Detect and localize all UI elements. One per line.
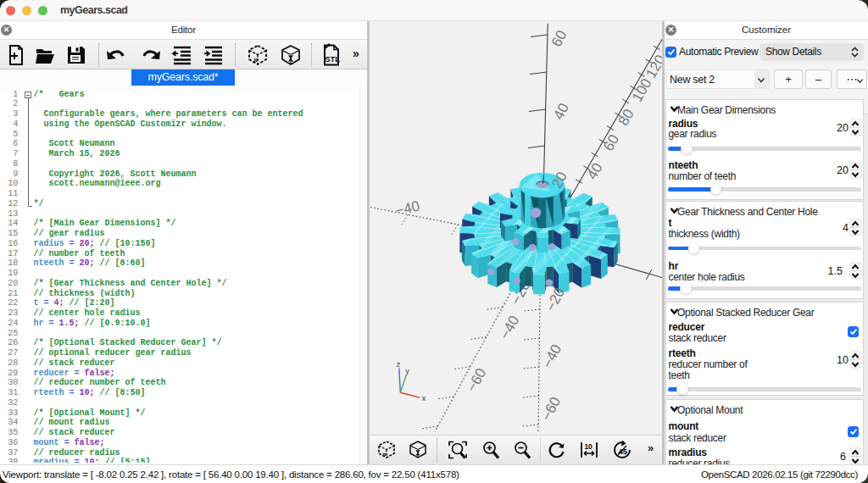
svg-text:x: x [422,394,426,402]
svg-text:»: » [253,55,259,64]
svg-text:40: 40 [550,101,572,123]
svg-text:z: z [397,360,401,369]
svg-text:10: 10 [584,442,593,451]
svg-text:»: » [382,450,387,458]
svg-text:−60: −60 [464,365,490,394]
svg-text:80: 80 [615,107,637,129]
svg-text:y: y [405,367,409,375]
svg-text:40: 40 [584,160,606,182]
svg-text:120: 120 [643,52,662,80]
svg-text:−40: −40 [539,341,565,370]
svg-text:−40: −40 [497,313,523,341]
svg-text:100: 100 [629,75,655,104]
svg-text:60: 60 [548,28,570,50]
svg-text:45: 45 [619,447,628,456]
svg-text:−60: −60 [538,394,564,423]
svg-text:STL: STL [325,54,340,64]
svg-text:60: 60 [600,132,622,154]
